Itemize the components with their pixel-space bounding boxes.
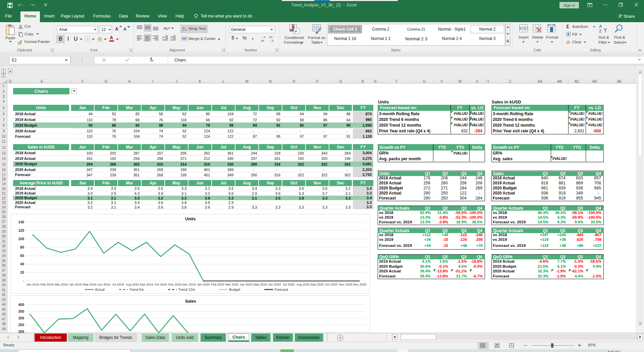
- svg-text:May 2020: May 2020: [253, 283, 267, 286]
- svg-text:Mar 2020: Mar 2020: [225, 283, 238, 286]
- svg-text:Jun 2020: Jun 2020: [268, 283, 281, 286]
- svg-text:Actual: Actual: [95, 288, 105, 292]
- svg-text:Sep 2019: Sep 2019: [140, 283, 153, 286]
- svg-text:40: 40: [20, 262, 24, 266]
- svg-text:Feb 2020: Feb 2020: [211, 283, 224, 286]
- svg-text:Dec 2019: Dec 2019: [182, 283, 196, 286]
- svg-text:20: 20: [20, 270, 24, 274]
- svg-text:Mar 2019: Mar 2019: [55, 283, 68, 286]
- svg-text:400: 400: [18, 303, 24, 307]
- svg-text:80: 80: [20, 245, 24, 249]
- svg-text:Feb 2019: Feb 2019: [40, 283, 53, 286]
- svg-text:100: 100: [18, 237, 24, 241]
- svg-text:Dec 2020: Dec 2020: [353, 283, 367, 286]
- svg-text:Aug 2019: Aug 2019: [125, 283, 139, 286]
- svg-text:Jun 2019: Jun 2019: [97, 283, 110, 286]
- svg-text:120: 120: [18, 228, 24, 232]
- svg-text:250: 250: [18, 323, 24, 327]
- svg-text:Jan 2019: Jan 2019: [26, 283, 39, 286]
- svg-text:Apr 2020: Apr 2020: [240, 283, 253, 286]
- svg-text:200: 200: [18, 329, 24, 333]
- svg-text:Forecast: Forecast: [274, 288, 288, 292]
- svg-text:Oct 2020: Oct 2020: [325, 283, 338, 286]
- svg-text:140: 140: [18, 220, 24, 224]
- svg-text:350: 350: [18, 309, 24, 313]
- svg-text:Oct 2019: Oct 2019: [154, 283, 167, 286]
- svg-text:May 2019: May 2019: [83, 283, 97, 286]
- svg-text:ab: ab: [163, 26, 167, 30]
- svg-text:Nov 2019: Nov 2019: [168, 283, 182, 286]
- svg-text:Trend 12m: Trend 12m: [178, 288, 195, 292]
- svg-text:Apr 2019: Apr 2019: [69, 283, 82, 286]
- svg-text:Jul 2019: Jul 2019: [112, 283, 124, 286]
- svg-text:Aug 2020: Aug 2020: [296, 283, 310, 286]
- svg-text:Z: Z: [599, 29, 601, 34]
- svg-text:A: A: [599, 24, 602, 29]
- svg-text:Budget: Budget: [229, 288, 240, 292]
- svg-text:Sep 2020: Sep 2020: [311, 283, 324, 286]
- svg-text:Nov 2020: Nov 2020: [339, 283, 352, 286]
- svg-text:300: 300: [18, 316, 24, 320]
- svg-text:Trend 6m: Trend 6m: [129, 288, 144, 292]
- svg-text:c: c: [182, 29, 183, 32]
- svg-text:Jan 2020: Jan 2020: [197, 283, 210, 286]
- svg-text:Jul 2020: Jul 2020: [283, 283, 294, 286]
- svg-text:≠: ≠: [295, 29, 297, 34]
- svg-text:60: 60: [20, 254, 24, 258]
